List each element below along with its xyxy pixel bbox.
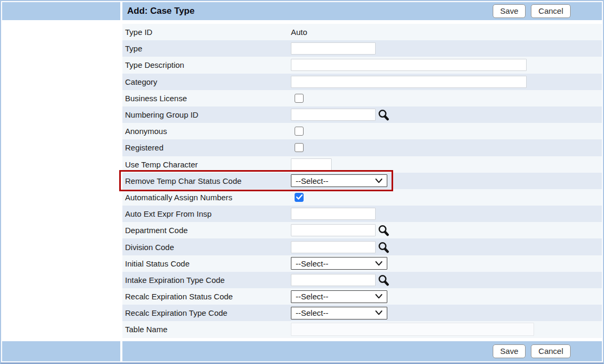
table-name-input: [291, 323, 534, 336]
category-input[interactable]: [291, 76, 527, 88]
field-label-type: Type: [122, 44, 291, 53]
search-icon[interactable]: [378, 274, 389, 286]
field-label-use-temp-character: Use Temp Character: [122, 160, 291, 169]
sidebar-header-bar: [2, 2, 120, 20]
field-area-recalc-expiration-status-code: --Select--: [291, 288, 602, 305]
field-label-type-description: Type Description: [122, 60, 291, 69]
field-area-intake-expiration-type-code: [291, 272, 602, 288]
form-row-remove-temp-char-status-code: Remove Temp Char Status Code--Select--: [122, 173, 602, 189]
initial-status-code-select[interactable]: --Select--: [291, 257, 387, 270]
recalc-expiration-type-code-select-value: --Select--: [296, 308, 375, 317]
initial-status-code-select-value: --Select--: [296, 259, 375, 268]
form-row-use-temp-character: Use Temp Character: [122, 156, 602, 173]
field-label-registered: Registered: [122, 143, 291, 152]
footer-bar: Save Cancel: [122, 341, 602, 361]
form-rows: Type IDAutoTypeType DescriptionCategoryB…: [122, 24, 602, 338]
form-row-initial-status-code: Initial Status Code--Select--: [122, 255, 602, 272]
field-area-type-id: Auto: [291, 24, 602, 40]
field-area-anonymous: [291, 123, 602, 139]
field-area-type: [291, 40, 602, 57]
cancel-button[interactable]: Cancel: [531, 4, 571, 18]
chevron-down-icon: [375, 261, 383, 266]
remove-temp-char-status-code-select[interactable]: --Select--: [291, 174, 387, 187]
field-area-initial-status-code: --Select--: [291, 255, 602, 272]
field-label-auto-ext-expr-from-insp: Auto Ext Expr From Insp: [122, 209, 291, 218]
search-icon[interactable]: [378, 109, 389, 121]
form-row-recalc-expiration-status-code: Recalc Expiration Status Code--Select--: [122, 288, 602, 305]
form-row-anonymous: Anonymous: [122, 123, 602, 139]
use-temp-character-input[interactable]: [291, 158, 332, 171]
field-label-remove-temp-char-status-code: Remove Temp Char Status Code: [122, 176, 291, 185]
field-area-remove-temp-char-status-code: --Select--: [291, 173, 602, 189]
field-label-numbering-group-id: Numbering Group ID: [122, 110, 291, 119]
checkmark-icon: [296, 194, 303, 200]
field-area-business-license: [291, 90, 602, 106]
save-button-bottom[interactable]: Save: [493, 344, 526, 358]
sidebar-footer-bar: [2, 341, 120, 361]
field-area-auto-ext-expr-from-insp: [291, 206, 602, 222]
search-icon[interactable]: [378, 241, 389, 253]
form-row-category: Category: [122, 74, 602, 90]
recalc-expiration-status-code-select-value: --Select--: [296, 292, 375, 301]
form-row-type-description: Type Description: [122, 57, 602, 73]
header-button-group: Save Cancel: [493, 4, 602, 18]
cancel-button-bottom[interactable]: Cancel: [531, 344, 571, 358]
field-area-category: [291, 74, 602, 90]
field-label-business-license: Business License: [122, 94, 291, 103]
field-label-division-code: Division Code: [122, 243, 291, 252]
business-license-checkbox[interactable]: [295, 94, 304, 103]
field-area-automatically-assign-numbers: [291, 189, 602, 206]
form-row-registered: Registered: [122, 139, 602, 156]
field-label-department-code: Department Code: [122, 226, 291, 235]
field-label-type-id: Type ID: [122, 28, 291, 37]
field-label-recalc-expiration-type-code: Recalc Expiration Type Code: [122, 308, 291, 317]
recalc-expiration-status-code-select[interactable]: --Select--: [291, 290, 387, 303]
field-label-recalc-expiration-status-code: Recalc Expiration Status Code: [122, 292, 291, 301]
numbering-group-id-input[interactable]: [291, 109, 376, 121]
type-input[interactable]: [291, 42, 376, 55]
chevron-down-icon: [375, 294, 383, 299]
form-row-division-code: Division Code: [122, 238, 602, 255]
type-id-value: Auto: [291, 28, 307, 37]
type-description-input[interactable]: [291, 59, 527, 71]
field-label-anonymous: Anonymous: [122, 127, 291, 136]
auto-ext-expr-from-insp-input[interactable]: [291, 208, 376, 220]
page-title: Add: Case Type: [122, 6, 493, 16]
form-row-type: Type: [122, 40, 602, 57]
anonymous-checkbox[interactable]: [295, 127, 304, 136]
form-row-recalc-expiration-type-code: Recalc Expiration Type Code--Select--: [122, 305, 602, 321]
division-code-input[interactable]: [291, 241, 376, 253]
field-area-use-temp-character: [291, 156, 602, 173]
field-label-category: Category: [122, 77, 291, 86]
field-area-registered: [291, 139, 602, 156]
form-row-automatically-assign-numbers: Automatically Assign Numbers: [122, 189, 602, 206]
form-row-department-code: Department Code: [122, 222, 602, 238]
form-row-auto-ext-expr-from-insp: Auto Ext Expr From Insp: [122, 206, 602, 222]
remove-temp-char-status-code-select-value: --Select--: [296, 176, 375, 185]
form-row-intake-expiration-type-code: Intake Expiration Type Code: [122, 272, 602, 288]
automatically-assign-numbers-checkbox[interactable]: [295, 193, 304, 202]
field-label-automatically-assign-numbers: Automatically Assign Numbers: [122, 193, 291, 202]
department-code-input[interactable]: [291, 224, 376, 236]
field-area-department-code: [291, 222, 602, 238]
field-area-type-description: [291, 57, 602, 73]
chevron-down-icon: [375, 310, 383, 315]
registered-checkbox[interactable]: [295, 143, 304, 152]
form-row-table-name: Table Name: [122, 321, 602, 338]
recalc-expiration-type-code-select[interactable]: --Select--: [291, 307, 387, 319]
add-case-type-page: Add: Case Type Save Cancel Type IDAutoTy…: [0, 0, 604, 364]
field-area-table-name: [291, 321, 602, 338]
form-row-numbering-group-id: Numbering Group ID: [122, 106, 602, 123]
form-row-business-license: Business License: [122, 90, 602, 106]
search-icon[interactable]: [378, 224, 389, 236]
intake-expiration-type-code-input[interactable]: [291, 274, 376, 286]
field-label-table-name: Table Name: [122, 325, 291, 334]
field-label-initial-status-code: Initial Status Code: [122, 259, 291, 268]
field-label-intake-expiration-type-code: Intake Expiration Type Code: [122, 276, 291, 285]
field-area-recalc-expiration-type-code: --Select--: [291, 305, 602, 321]
save-button[interactable]: Save: [493, 4, 526, 18]
field-area-division-code: [291, 238, 602, 255]
form-row-type-id: Type IDAuto: [122, 24, 602, 40]
header-bar: Add: Case Type Save Cancel: [122, 2, 602, 20]
chevron-down-icon: [375, 179, 383, 183]
